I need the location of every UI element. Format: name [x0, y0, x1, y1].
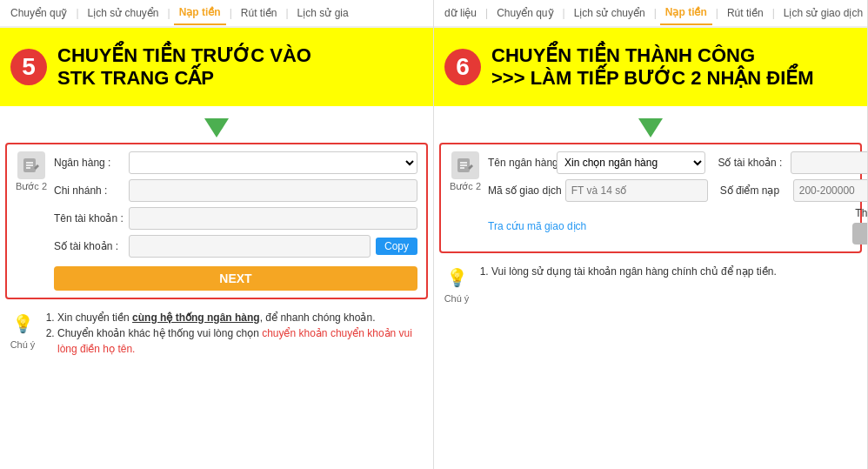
- nav-div2: |: [168, 7, 170, 19]
- bank-account-row: Tên ngân hàng : Xin chọn ngân hàng Số tà…: [488, 151, 868, 174]
- notes-section-right: 💡 Chú ý Vui lòng sử dụng tài khoản ngân …: [434, 258, 867, 469]
- note-label-left: Chú ý: [10, 339, 36, 350]
- branch-label: Chi nhánh :: [54, 184, 124, 197]
- nav-chuyenquy-right[interactable]: Chuyển quỹ: [491, 2, 558, 24]
- nav-divr2: |: [563, 7, 565, 19]
- branch-input[interactable]: [129, 179, 417, 202]
- nav-div4: |: [285, 7, 288, 19]
- hero-title-right: CHUYỂN TIỀN THÀNH CÔNG>>> LÀM TIẾP BƯỚC …: [491, 44, 814, 90]
- bank-row: Ngân hàng :: [54, 151, 417, 174]
- nav-lich-su-left[interactable]: Lịch sử chuyển: [83, 2, 164, 24]
- nav-lich-su-gia-left[interactable]: Lịch sử gia: [292, 2, 354, 24]
- nav-ruttien-right[interactable]: Rút tiền: [722, 2, 769, 24]
- nav-rut-tien-left[interactable]: Rút tiền: [236, 2, 283, 24]
- actual-row: Thực tế : 0 VNĐ: [855, 207, 868, 219]
- nav-divr1: |: [485, 7, 488, 19]
- hero-banner-left: 5 CHUYỂN TIỀN TRƯỚC VÀOSTK TRANG CẤP: [0, 28, 433, 106]
- step-number-right: 6: [444, 49, 481, 85]
- step-label-left: Bước 2: [16, 181, 47, 192]
- account-label-right: Số tài khoản :: [718, 157, 787, 169]
- edit-icon-right: [451, 151, 479, 179]
- next-button[interactable]: NEXT: [54, 266, 417, 291]
- nav-naptien-right[interactable]: Nạp tiền: [660, 1, 712, 25]
- tx-points-row: Mã số giao dịch Số điểm nạp: [488, 179, 868, 202]
- notes-section-left: 💡 Chú ý Xin chuyển tiền cùng hệ thống ng…: [0, 305, 433, 469]
- note-content-right: Vui lòng sử dụng tài khoản ngân hàng chí…: [477, 264, 858, 464]
- nav-dulieu-right[interactable]: dữ liệu: [439, 2, 482, 24]
- hero-banner-right: 6 CHUYỂN TIỀN THÀNH CÔNG>>> LÀM TIẾP BƯỚ…: [434, 28, 867, 106]
- copy-button[interactable]: Copy: [376, 238, 417, 255]
- lightbulb-icon-left: 💡: [9, 310, 37, 338]
- step-number-left: 5: [10, 49, 47, 85]
- account-name-label: Tên tài khoản :: [54, 212, 124, 224]
- step-label-right: Bước 2: [450, 181, 481, 192]
- hero-title-left: CHUYỂN TIỀN TRƯỚC VÀOSTK TRANG CẤP: [57, 44, 311, 90]
- branch-row: Chi nhánh :: [54, 179, 417, 202]
- highlight-bank: cùng hệ thống ngân hàng: [132, 312, 260, 324]
- lookup-link[interactable]: Tra cứu mã giao dịch: [488, 220, 586, 232]
- nav-divr4: |: [716, 7, 718, 19]
- account-number-label: Số tài khoản :: [54, 240, 124, 252]
- nav-chuyen-quy-left[interactable]: Chuyển quỹ: [5, 2, 72, 24]
- account-number-row: Số tài khoản : Copy: [54, 235, 417, 258]
- account-input-right[interactable]: [791, 151, 868, 174]
- note-icon-container-left: 💡 Chú ý: [9, 310, 37, 464]
- lightbulb-icon-right: 💡: [443, 264, 471, 291]
- form-section-left: Bước 2 Ngân hàng : Chi nhánh : Tên tài k…: [5, 143, 428, 299]
- arrow-down-left: [0, 106, 433, 143]
- form-fields-left: Ngân hàng : Chi nhánh : Tên tài khoản : …: [54, 151, 417, 291]
- actual-label: Thực tế :: [855, 207, 868, 219]
- tx-input[interactable]: [565, 179, 708, 202]
- form-section-right: Bước 2 Tên ngân hàng : Xin chọn ngân hàn…: [439, 143, 862, 253]
- account-name-input[interactable]: [129, 207, 417, 230]
- bank-select[interactable]: [129, 151, 417, 174]
- nav-bar-right: dữ liệu | Chuyển quỹ | Lịch sử chuyển | …: [434, 0, 867, 28]
- svg-marker-6: [638, 118, 663, 137]
- note-content-left: Xin chuyển tiền cùng hệ thống ngân hàng,…: [43, 310, 424, 464]
- lookup-confirm-row: Tra cứu mã giao dịch Thực tế : 0 VNĐ Xác…: [488, 207, 868, 245]
- note-icon-container-right: 💡 Chú ý: [443, 264, 471, 464]
- svg-marker-0: [204, 118, 229, 137]
- step-icon-left: Bước 2: [16, 151, 47, 291]
- transfer-link2[interactable]: chuyển khoản vui lòng điền họ tên.: [57, 327, 412, 355]
- panel-left: Chuyển quỹ | Lịch sử chuyển | Nạp tiền |…: [0, 0, 434, 469]
- panel-right: dữ liệu | Chuyển quỹ | Lịch sử chuyển | …: [434, 0, 868, 469]
- nav-lichsu-right[interactable]: Lịch sử chuyển: [569, 2, 651, 24]
- tx-label: Mã số giao dịch: [488, 184, 562, 197]
- nav-div1: |: [76, 7, 78, 19]
- step-icon-right: Bước 2: [450, 151, 481, 245]
- account-number-input[interactable]: [129, 235, 371, 258]
- points-label: Số điểm nạp: [720, 184, 790, 197]
- form-fields-right: Tên ngân hàng : Xin chọn ngân hàng Số tà…: [488, 151, 868, 245]
- nav-div3: |: [230, 7, 232, 19]
- transfer-link[interactable]: chuyển khoản: [262, 327, 327, 339]
- note-label-right: Chú ý: [444, 293, 470, 304]
- bank-label-right: Tên ngân hàng :: [488, 157, 553, 169]
- nav-lichsugiao-right[interactable]: Lịch sử giao dịch: [778, 2, 867, 24]
- confirm-button[interactable]: Xác nhận: [852, 223, 868, 245]
- bank-select-right[interactable]: Xin chọn ngân hàng: [557, 151, 705, 174]
- nav-nap-tien-left[interactable]: Nạp tiền: [174, 1, 226, 25]
- nav-divr5: |: [772, 7, 775, 19]
- arrow-down-right: [434, 106, 867, 143]
- nav-divr3: |: [654, 7, 657, 19]
- nav-bar-left: Chuyển quỹ | Lịch sử chuyển | Nạp tiền |…: [0, 0, 433, 28]
- edit-icon-left: [17, 151, 45, 179]
- account-name-row: Tên tài khoản :: [54, 207, 417, 230]
- points-input[interactable]: [793, 179, 868, 202]
- bank-label: Ngân hàng :: [54, 157, 124, 169]
